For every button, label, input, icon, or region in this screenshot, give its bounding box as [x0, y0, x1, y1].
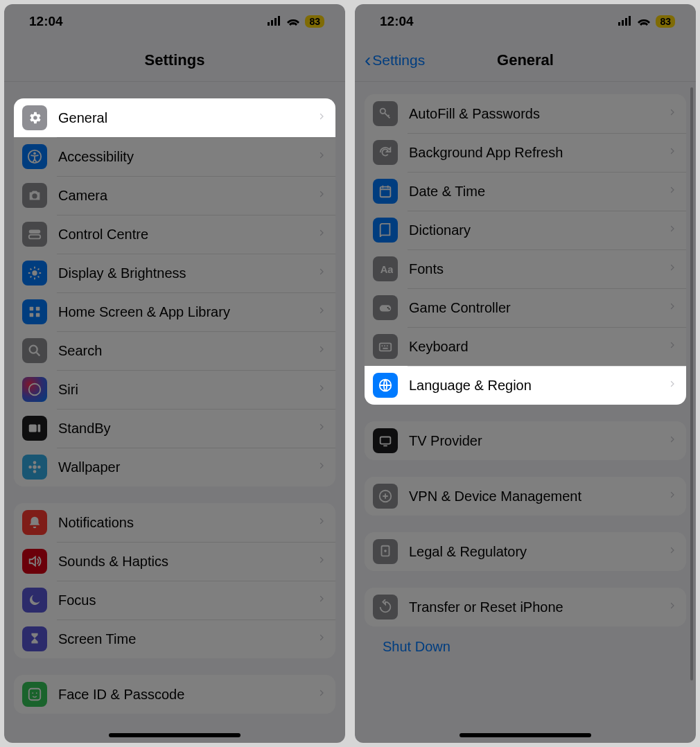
- row-keyboard[interactable]: Keyboard: [365, 327, 686, 366]
- row-label: Game Controller: [409, 300, 668, 316]
- row-display-brightness[interactable]: Display & Brightness: [14, 254, 335, 292]
- chevron-right-icon: [317, 110, 326, 126]
- home-indicator[interactable]: [109, 733, 240, 737]
- chevron-right-icon: [317, 421, 326, 437]
- svg-rect-38: [622, 20, 624, 26]
- general-group-reset: Transfer or Reset iPhone: [365, 588, 686, 626]
- svg-rect-40: [629, 16, 631, 26]
- battery-badge: 83: [656, 15, 675, 28]
- row-home-screen[interactable]: Home Screen & App Library: [14, 292, 335, 331]
- chevron-right-icon: [317, 149, 326, 165]
- row-game-controller[interactable]: Game Controller: [365, 288, 686, 327]
- chevron-right-icon: [317, 227, 326, 243]
- row-transfer-reset[interactable]: Transfer or Reset iPhone: [365, 588, 686, 626]
- row-sounds-haptics[interactable]: Sounds & Haptics: [14, 542, 335, 581]
- page-title: Settings: [145, 51, 205, 69]
- row-control-centre[interactable]: Control Centre: [14, 215, 335, 254]
- svg-rect-35: [274, 18, 277, 26]
- status-time: 12:04: [29, 14, 63, 29]
- faceid-icon: [22, 682, 47, 707]
- cellular-icon: [268, 14, 281, 29]
- general-group-tv: TV Provider: [365, 421, 686, 460]
- row-autofill[interactable]: AutoFill & Passwords: [365, 94, 686, 133]
- svg-rect-33: [268, 22, 270, 26]
- page-title: General: [497, 51, 554, 69]
- row-dictionary[interactable]: Dictionary: [365, 211, 686, 249]
- row-label: Accessibility: [58, 149, 317, 165]
- row-label: Transfer or Reset iPhone: [409, 599, 668, 615]
- chevron-right-icon: [668, 433, 676, 449]
- gear-icon: [22, 105, 47, 130]
- nav-bar: Settings: [4, 39, 345, 82]
- chevron-right-icon: [668, 261, 676, 277]
- chevron-right-icon: [668, 489, 676, 504]
- chevron-right-icon: [317, 188, 326, 204]
- row-vpn[interactable]: VPN & Device Management: [365, 477, 686, 516]
- row-fonts[interactable]: Fonts: [365, 249, 686, 288]
- row-date-time[interactable]: Date & Time: [365, 172, 686, 211]
- row-legal[interactable]: Legal & Regulatory: [365, 532, 686, 571]
- row-label: Background App Refresh: [409, 145, 668, 161]
- book-icon: [373, 218, 398, 243]
- row-wallpaper[interactable]: Wallpaper: [14, 448, 335, 486]
- row-standby[interactable]: StandBy: [14, 409, 335, 448]
- chevron-right-icon: [317, 382, 326, 398]
- row-label: Screen Time: [58, 631, 317, 647]
- status-bar: 12:04 83: [355, 4, 696, 39]
- row-label: General: [58, 110, 317, 126]
- key-icon: [373, 101, 398, 126]
- shutdown-link[interactable]: Shut Down: [365, 626, 686, 667]
- sun-icon: [22, 261, 47, 285]
- row-label: VPN & Device Management: [409, 489, 668, 504]
- back-button[interactable]: ‹ Settings: [365, 49, 425, 71]
- wifi-icon: [286, 14, 300, 29]
- keyboard-icon: [373, 334, 398, 359]
- general-group-legal: Legal & Regulatory: [365, 532, 686, 571]
- svg-rect-34: [271, 20, 273, 26]
- row-language-region[interactable]: Language & Region: [365, 366, 686, 405]
- row-label: Sounds & Haptics: [58, 554, 317, 570]
- hourglass-icon: [22, 626, 47, 651]
- row-siri[interactable]: Siri: [14, 370, 335, 409]
- tv-icon: [373, 428, 398, 453]
- row-label: Display & Brightness: [58, 265, 317, 281]
- chevron-right-icon: [668, 599, 676, 615]
- row-label: TV Provider: [409, 433, 668, 449]
- row-notifications[interactable]: Notifications: [14, 503, 335, 542]
- home-indicator[interactable]: [460, 733, 591, 737]
- row-camera[interactable]: Camera: [14, 176, 335, 215]
- chevron-left-icon: ‹: [365, 49, 371, 71]
- row-label: Control Centre: [58, 227, 317, 243]
- row-focus[interactable]: Focus: [14, 581, 335, 619]
- row-bg-refresh[interactable]: Background App Refresh: [365, 133, 686, 172]
- general-screen: 12:04 83 ‹ Settings General AutoFill & P…: [355, 4, 696, 743]
- row-label: Dictionary: [409, 222, 668, 238]
- row-label: Focus: [58, 592, 317, 608]
- globe-icon: [373, 373, 398, 398]
- chevron-right-icon: [317, 554, 326, 570]
- row-label: Siri: [58, 382, 317, 398]
- row-label: Date & Time: [409, 184, 668, 200]
- wifi-icon: [637, 14, 651, 29]
- chevron-right-icon: [668, 106, 676, 122]
- accessibility-icon: [22, 144, 47, 169]
- standby-icon: [22, 416, 47, 441]
- row-label: Search: [58, 343, 317, 359]
- controller-icon: [373, 295, 398, 320]
- bell-icon: [22, 510, 47, 535]
- toggles-icon: [22, 222, 47, 247]
- row-label: Camera: [58, 188, 317, 204]
- scrollbar[interactable]: [690, 87, 693, 680]
- row-search[interactable]: Search: [14, 331, 335, 370]
- row-screen-time[interactable]: Screen Time: [14, 619, 335, 658]
- row-faceid[interactable]: Face ID & Passcode: [14, 675, 335, 714]
- flower-icon: [22, 455, 47, 480]
- row-label: Notifications: [58, 515, 317, 531]
- row-general[interactable]: General: [14, 98, 335, 137]
- row-accessibility[interactable]: Accessibility: [14, 137, 335, 176]
- status-bar: 12:04 83: [4, 4, 345, 39]
- row-label: Wallpaper: [58, 459, 317, 475]
- row-tv-provider[interactable]: TV Provider: [365, 421, 686, 460]
- search-icon: [22, 338, 47, 363]
- general-group-vpn: VPN & Device Management: [365, 477, 686, 516]
